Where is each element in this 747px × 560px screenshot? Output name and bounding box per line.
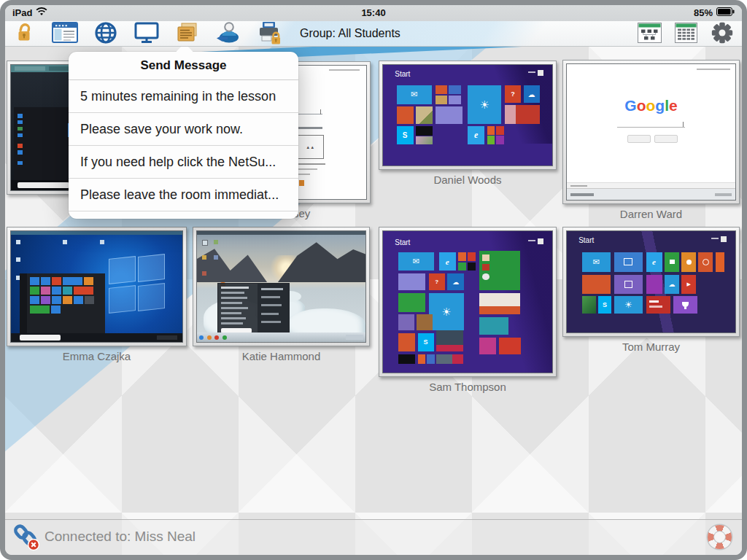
student-thumbnail-daniel-woods[interactable]: Start ✉ ☀ ? ☁ [379,61,557,186]
monitor-button[interactable] [131,22,163,45]
unlock-button[interactable] [9,22,41,45]
student-name: Tom Murray [562,341,740,353]
popover-title: Send Message [69,52,298,80]
message-option-3[interactable]: If you need help click the NetSu... [69,146,298,179]
student-name: Katie Hammond [193,350,370,362]
send-message-icon [177,22,198,45]
student-screen: Start ✉ ☀ ? ☁ [382,64,553,166]
student-name: Sam Thompson [379,381,557,393]
student-name: Daniel Woods [379,174,557,186]
student-thumbnail-tom-murray[interactable]: Start ✉ e ☁ ▶ [562,227,740,353]
start-menu [217,283,290,335]
start-menu-list [221,287,252,330]
unlock-icon [14,22,36,46]
list-view-button[interactable] [672,22,700,45]
print-lock-icon [256,21,282,47]
status-bar: iPad 15:40 85% [5,5,742,21]
taskbar [197,332,365,342]
lucky-button [654,135,678,143]
user-chip [528,70,543,76]
footer-bar: Connected to: Miss Neal [5,519,742,555]
student-name: Darren Ward [562,208,740,220]
battery-percent: 85% [694,7,713,18]
thumbnail-frame [7,227,187,346]
message-option-2[interactable]: Please save your work now. [69,113,298,146]
start-label: Start [395,70,410,78]
application-window-icon [52,22,78,45]
thumbnail-frame [193,227,370,346]
student-button[interactable] [212,22,244,45]
list-view-icon [675,23,697,45]
battery-icon [716,7,735,18]
print-lock-button[interactable] [253,22,285,45]
web-icon [94,21,117,47]
start-menu-right [258,284,289,335]
thumbnail-frame: Google [562,60,740,204]
toolbar: Group: All Students [5,21,742,47]
message-option-4[interactable]: Please leave the room immediat... [69,179,298,211]
student-icon [215,21,241,46]
group-label: Group: All Students [300,27,400,40]
user-chip [711,236,727,242]
clock: 15:40 [5,7,742,18]
user-chip [528,238,543,244]
page-image-placeholder: ▲▲ [297,135,324,159]
connection-status: Connected to: Miss Neal [44,529,196,545]
grid-view-button[interactable] [635,22,663,45]
app-window: iPad 15:40 85% Group: A [0,0,747,560]
search-underline [617,127,684,128]
search-button [627,135,651,143]
student-thumbnail-sam-thompson[interactable]: Start ✉ e ? ☁ [379,227,557,393]
student-screen: Google [566,63,736,201]
settings-gear-icon [710,21,735,47]
thumbnail-frame: Start ✉ ☀ ? ☁ [379,61,557,170]
web-button[interactable] [90,22,122,45]
send-message-button[interactable] [171,22,204,45]
message-option-1[interactable]: 5 minutes remaining in the lesson [69,80,298,113]
thumbnail-frame: Start ✉ e ☁ ▶ [562,227,740,337]
start-label: Start [395,238,410,246]
settings-button[interactable] [708,22,736,45]
student-thumbnail-katie-hammond[interactable]: Katie Hammond [193,227,370,362]
start-menu [20,273,106,335]
student-thumbnail-darren-ward[interactable]: Google Darren Ward [562,60,740,220]
thumbnail-grid-area: e ▲▲ [5,46,742,555]
grid-view-icon [638,23,662,45]
start-label: Start [578,236,594,244]
thumbnail-frame: Start ✉ e ? ☁ [379,227,557,377]
monitor-icon [134,22,159,46]
application-window-button[interactable] [49,22,81,45]
disconnected-link-icon [12,524,42,554]
tile-group [30,277,102,331]
student-thumbnail-emma-czajka[interactable]: Emma Czajka [7,227,187,362]
google-logo: Google [567,97,735,114]
student-screen: Start ✉ e ☁ ▶ [566,230,736,333]
send-message-popover: Send Message 5 minutes remaining in the … [69,52,298,219]
help-lifebuoy-button[interactable] [708,525,732,549]
student-screen: Start ✉ e ? ☁ [382,230,553,373]
student-screen [10,230,183,343]
student-name: Emma Czajka [7,350,187,362]
student-screen [196,230,366,343]
